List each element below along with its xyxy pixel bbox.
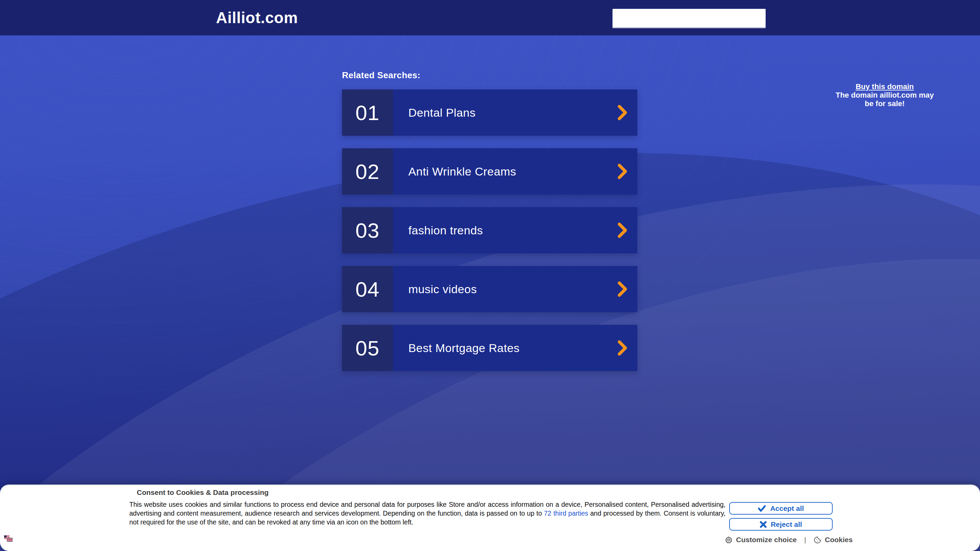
cookie-consent-banner: Consent to Cookies & Data processing Thi… xyxy=(0,484,980,551)
language-flag-icon[interactable] xyxy=(4,535,13,542)
related-search-item-5[interactable]: 05 Best Mortgage Rates xyxy=(342,325,637,371)
related-search-item-1[interactable]: 01 Dental Plans xyxy=(342,89,637,136)
chevron-right-icon xyxy=(608,89,637,136)
accept-all-button[interactable]: Accept all xyxy=(729,502,833,514)
item-label: music videos xyxy=(393,266,608,312)
chevron-right-icon xyxy=(608,148,637,195)
related-search-item-3[interactable]: 03 fashion trends xyxy=(342,207,637,253)
consent-body-text: This website uses cookies and similar fu… xyxy=(129,500,725,527)
related-searches-label: Related Searches: xyxy=(342,70,421,81)
item-rank: 05 xyxy=(342,325,393,371)
close-icon xyxy=(760,521,767,528)
search-input[interactable] xyxy=(612,9,765,28)
accept-all-label: Accept all xyxy=(770,504,804,513)
customize-choice-button[interactable]: Customize choice xyxy=(725,536,797,544)
third-parties-link[interactable]: 72 third parties xyxy=(544,510,588,517)
item-label: Best Mortgage Rates xyxy=(393,325,608,371)
customize-choice-label: Customize choice xyxy=(736,536,797,544)
chevron-right-icon xyxy=(608,266,637,312)
item-rank: 01 xyxy=(342,89,393,136)
item-rank: 03 xyxy=(342,207,393,253)
domain-offer-line2: be for sale! xyxy=(865,99,904,108)
item-label: Anti Wrinkle Creams xyxy=(393,148,608,195)
site-title: Ailliot.com xyxy=(216,8,298,27)
consent-options-row: Customize choice | Cookies xyxy=(725,534,853,545)
related-search-item-4[interactable]: 04 music videos xyxy=(342,266,637,312)
chevron-right-icon xyxy=(608,207,637,253)
options-divider: | xyxy=(802,536,809,544)
item-rank: 02 xyxy=(342,148,393,195)
check-icon xyxy=(758,505,766,512)
buy-domain-link[interactable]: Buy this domain xyxy=(856,82,914,91)
reject-all-label: Reject all xyxy=(771,520,802,529)
related-search-item-2[interactable]: 02 Anti Wrinkle Creams xyxy=(342,148,637,195)
gear-icon xyxy=(725,536,733,544)
item-label: Dental Plans xyxy=(393,89,608,136)
item-rank: 04 xyxy=(342,266,393,312)
domain-offer-line1: The domain ailliot.com may xyxy=(836,91,934,99)
chevron-right-icon xyxy=(608,325,637,371)
consent-title: Consent to Cookies & Data processing xyxy=(137,488,269,497)
cookie-icon xyxy=(814,536,821,544)
reject-all-button[interactable]: Reject all xyxy=(729,518,833,530)
item-label: fashion trends xyxy=(393,207,608,253)
related-searches-list: 01 Dental Plans 02 Anti Wrinkle Creams 0… xyxy=(342,89,637,371)
cookies-label: Cookies xyxy=(825,536,853,544)
cookies-button[interactable]: Cookies xyxy=(814,536,853,544)
domain-offer: Buy this domain The domain ailliot.com m… xyxy=(836,82,934,108)
site-header: Ailliot.com xyxy=(0,0,980,35)
